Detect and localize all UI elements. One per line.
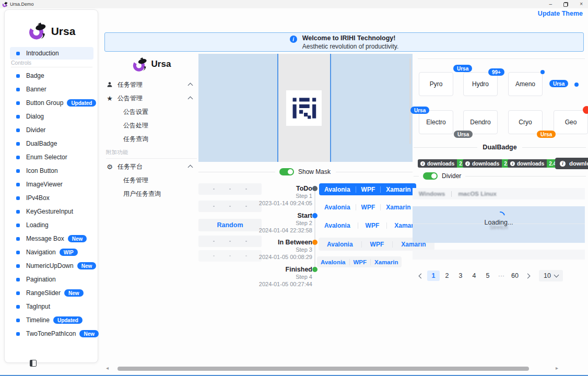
mask-right-line[interactable] (330, 54, 331, 162)
avalonia-button[interactable]: Avalonia (317, 222, 358, 229)
sidebar-item-twotonepathicon[interactable]: TwoTonePathIconNew (10, 327, 97, 340)
sidebar-item-introduction[interactable]: Introduction (10, 47, 93, 60)
divider-label: Divider (442, 172, 461, 180)
wpf-button[interactable]: WPF (356, 186, 381, 193)
page-button-2[interactable]: 2 (441, 271, 453, 281)
sidebar-item-pagination[interactable]: Pagination (10, 273, 97, 286)
badge-pill-ursa: Ursa (410, 107, 429, 114)
image-viewer[interactable] (198, 54, 413, 162)
page-ellipsis[interactable]: ··· (495, 271, 508, 281)
timeline-demo: ToDo Step 1 2023-01-14 09:24:05 Start St… (264, 183, 321, 275)
chevron-up-icon[interactable] (188, 83, 193, 88)
sidebar-items: Badge Banner Button GroupUpdated Dialog … (10, 69, 97, 340)
prev-page-button[interactable] (416, 271, 426, 281)
collapse-sidebar-button[interactable] (30, 360, 38, 368)
menu-item-announce-settings[interactable]: 公告设置 (104, 105, 198, 119)
sidebar-item-imageviewer[interactable]: ImageViewer (10, 178, 97, 191)
sidebar-item-badge[interactable]: Badge (10, 69, 97, 83)
sidebar-item-button-group[interactable]: Button GroupUpdated (10, 96, 97, 110)
ursa-logo-icon (28, 22, 47, 40)
tab-macos-linux[interactable]: macOS Linux (452, 191, 503, 197)
status-badge: Updated (53, 316, 83, 324)
page-button-4[interactable]: 4 (468, 271, 480, 281)
update-theme-button[interactable]: Update Theme (538, 10, 583, 17)
button-group-solid: Avalonia WPF Xamarin (319, 183, 416, 195)
button-group-plain-wide: Avalonia WPF Xamarin (317, 219, 427, 231)
bullet-icon (16, 332, 20, 336)
irihi-pixel-logo-icon (291, 95, 317, 121)
gear-icon: ⚙ (106, 163, 113, 171)
badge-card-geo: Geo (554, 110, 588, 134)
sidebar-item-icon-button[interactable]: Icon Button (10, 164, 97, 178)
platform-tabs-blurred: Windows macOS Linux (413, 188, 585, 199)
bullet-icon (16, 156, 20, 159)
sidebar-item-navigation[interactable]: NavigationWIP (10, 245, 97, 259)
avalonia-button[interactable]: Avalonia (319, 186, 356, 193)
sidebar: Ursa Introduction Controls Badge Banner … (4, 9, 98, 363)
sidebar-item-numericupdown[interactable]: NumericUpDownNew (10, 259, 97, 273)
avalonia-button[interactable]: Avalonia (317, 259, 349, 265)
tab-windows[interactable]: Windows (413, 191, 451, 197)
scroll-left-icon[interactable]: ◂ (106, 365, 109, 371)
next-page-button[interactable] (522, 271, 533, 281)
sidebar-item-timeline[interactable]: TimelineUpdated (10, 313, 97, 327)
menu-item-task-mgmt[interactable]: 任务管理 (104, 78, 198, 91)
wpf-button[interactable]: WPF (362, 241, 393, 248)
timeline-dot-gray (312, 186, 317, 191)
restore-icon[interactable] (563, 2, 568, 7)
wpf-button[interactable]: WPF (350, 259, 371, 265)
wpf-button[interactable]: WPF (356, 204, 381, 211)
menu-item-task-platform[interactable]: ⚙ 任务平台 (104, 160, 198, 173)
xamarin-button[interactable]: Xamarin (381, 186, 416, 193)
badge-pill-ursa-gray: Ursa (454, 131, 473, 138)
ursa-logo-text: Ursa (51, 25, 76, 38)
close-icon[interactable]: × (580, 0, 583, 8)
bullet-icon (16, 264, 20, 268)
avalonia-button[interactable]: Avalonia (319, 241, 361, 248)
panel-layout-icon (30, 360, 37, 367)
avalonia-button[interactable]: Avalonia (319, 204, 356, 211)
sidebar-item-dialog[interactable]: Dialog (10, 110, 97, 123)
chevron-up-icon[interactable] (188, 165, 193, 170)
page-button-60[interactable]: 60 (509, 271, 521, 281)
menu-logo-text: Ursa (151, 59, 171, 69)
timeline-item-in-between: In Between Step 3 2024-01-05 00:08:29 (208, 239, 312, 261)
menu-item-task-mgmt2[interactable]: 任务管理 (104, 173, 198, 187)
divider-toggle[interactable] (423, 172, 438, 180)
page-button-5[interactable]: 5 (481, 271, 494, 281)
bullet-icon (16, 142, 20, 146)
sidebar-item-taginput[interactable]: TagInput (10, 300, 97, 313)
page-button-1[interactable]: 1 (427, 271, 440, 281)
scroll-right-icon[interactable]: ▸ (556, 365, 558, 371)
wpf-button[interactable]: WPF (358, 222, 387, 229)
sidebar-item-enum-selector[interactable]: Enum Selector (10, 150, 97, 164)
menu-item-user-task-query[interactable]: 用户任务查询 (104, 187, 198, 201)
standalone-ursa-badge: Ursa (549, 80, 568, 87)
sidebar-item-divider[interactable]: Divider (10, 123, 97, 137)
bullet-icon (16, 101, 20, 105)
page-button-3[interactable]: 3 (454, 271, 467, 281)
menu-item-task-query[interactable]: 任务查询 (104, 132, 198, 146)
xamarin-button[interactable]: Xamarin (371, 259, 402, 265)
badge-card-cryo: Cryo (508, 110, 543, 134)
xamarin-button[interactable]: Xamarin (381, 204, 416, 211)
sidebar-item-banner[interactable]: Banner (10, 83, 97, 96)
sidebar-item-dualbadge[interactable]: DualBadge (10, 137, 97, 150)
show-mask-toggle[interactable] (279, 168, 294, 175)
badge-dot-blue (540, 70, 545, 74)
chevron-up-icon[interactable] (188, 97, 193, 102)
menu-item-announce-process[interactable]: 公告处理 (104, 119, 198, 132)
banner-subtitle: Aesthetic revolution of productivity. (302, 43, 399, 50)
menu-item-announce-mgmt[interactable]: ★ 公告管理 (104, 91, 198, 105)
sidebar-item-keygestureinput[interactable]: KeyGestureInput (10, 205, 97, 218)
bullet-icon (16, 305, 20, 309)
sidebar-item-message-box[interactable]: Message BoxNew (10, 232, 97, 245)
page-size-select[interactable]: 10 (539, 270, 563, 281)
sidebar-item-loading[interactable]: Loading (10, 218, 97, 232)
sidebar-item-rangeslider[interactable]: RangeSliderNew (10, 286, 97, 300)
horizontal-scrollbar-thumb[interactable] (117, 367, 529, 371)
mask-left-line[interactable] (277, 54, 278, 162)
vertical-scrollbar-thumb[interactable] (409, 58, 411, 144)
sidebar-item-ipv4box[interactable]: IPv4Box (10, 191, 97, 205)
minimize-icon[interactable]: – (549, 0, 552, 8)
